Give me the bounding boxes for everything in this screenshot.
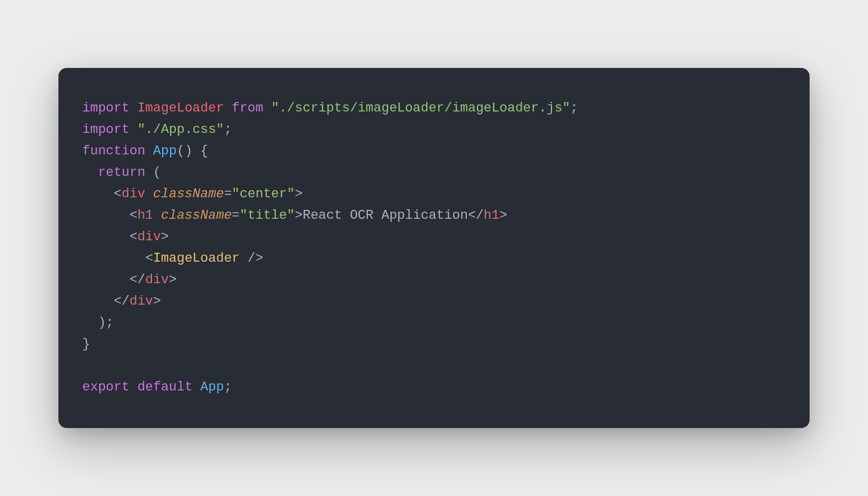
- indent: [82, 187, 114, 202]
- indent: [82, 294, 114, 309]
- indent: [82, 272, 129, 287]
- semicolon: ;: [571, 101, 578, 116]
- semicolon: ;: [224, 122, 232, 137]
- tag-name-div: div: [137, 230, 161, 244]
- tag-name-div: div: [145, 272, 169, 287]
- code-line-1: import ImageLoader from "./scripts/image…: [82, 101, 578, 116]
- indent: [82, 251, 145, 266]
- tag-name-div: div: [129, 294, 153, 309]
- code-line-11: );: [82, 315, 114, 330]
- code-line-9: </div>: [82, 272, 176, 287]
- tag-close: >: [294, 187, 302, 202]
- equals: =: [232, 208, 240, 223]
- tag-open: <: [129, 230, 137, 244]
- component-imageloader: ImageLoader: [153, 251, 240, 266]
- code-line-14: export default App;: [82, 380, 232, 395]
- tag-name-h1: h1: [137, 208, 153, 223]
- tag-open: <: [129, 208, 137, 223]
- code-line-3: function App() {: [82, 144, 208, 159]
- paren-close-semi: );: [98, 315, 113, 330]
- code-line-12: }: [82, 337, 90, 352]
- brace-close: }: [82, 337, 90, 352]
- code-line-5: <div className="center">: [82, 187, 303, 202]
- tag-close: >: [500, 208, 507, 223]
- tag-close: >: [161, 230, 169, 244]
- self-close: />: [247, 251, 263, 266]
- keyword-return: return: [98, 165, 145, 180]
- space: [153, 208, 161, 223]
- string-literal: "./scripts/imageLoader/imageLoader.js": [271, 101, 571, 116]
- attr-classname: className: [161, 208, 232, 223]
- export-identifier: App: [200, 380, 224, 395]
- code-line-7: <div>: [82, 230, 169, 244]
- jsx-text: React OCR Application: [303, 208, 468, 223]
- indent: [82, 165, 98, 180]
- import-identifier: ImageLoader: [137, 101, 224, 116]
- tag-open: <: [145, 251, 153, 266]
- keyword-import: import: [82, 101, 129, 116]
- equals: =: [224, 187, 232, 202]
- code-snippet-card: import ImageLoader from "./scripts/image…: [58, 68, 810, 428]
- indent: [82, 315, 98, 330]
- semicolon: ;: [224, 380, 232, 395]
- keyword-function: function: [82, 144, 145, 159]
- space: [240, 251, 247, 266]
- string-literal: "./App.css": [137, 122, 224, 137]
- tag-name-div: div: [122, 187, 145, 202]
- code-line-2: import "./App.css";: [82, 122, 232, 137]
- brace-open: {: [193, 144, 208, 159]
- string-literal: "center": [232, 187, 295, 202]
- paren-open: (: [145, 165, 161, 180]
- code-line-6: <h1 className="title">React OCR Applicat…: [82, 208, 507, 223]
- code-line-4: return (: [82, 165, 161, 180]
- keyword-import: import: [82, 122, 129, 137]
- space: [145, 187, 153, 202]
- tag-open-close: </: [129, 272, 145, 287]
- indent: [82, 230, 129, 244]
- tag-close: >: [169, 272, 176, 287]
- tag-close: >: [294, 208, 302, 223]
- attr-classname: className: [153, 187, 224, 202]
- keyword-default: default: [137, 380, 192, 395]
- tag-open: <: [114, 187, 122, 202]
- tag-open-close: </: [114, 294, 129, 309]
- code-line-10: </div>: [82, 294, 161, 309]
- code-block[interactable]: import ImageLoader from "./scripts/image…: [82, 98, 786, 398]
- parens: (): [176, 144, 192, 159]
- string-literal: "title": [240, 208, 294, 223]
- tag-open-close: </: [468, 208, 483, 223]
- code-line-8: <ImageLoader />: [82, 251, 264, 266]
- indent: [82, 208, 129, 223]
- keyword-from: from: [232, 101, 264, 116]
- function-name: App: [153, 144, 177, 159]
- tag-name-h1: h1: [483, 208, 499, 223]
- keyword-export: export: [82, 380, 129, 395]
- tag-close: >: [153, 294, 161, 309]
